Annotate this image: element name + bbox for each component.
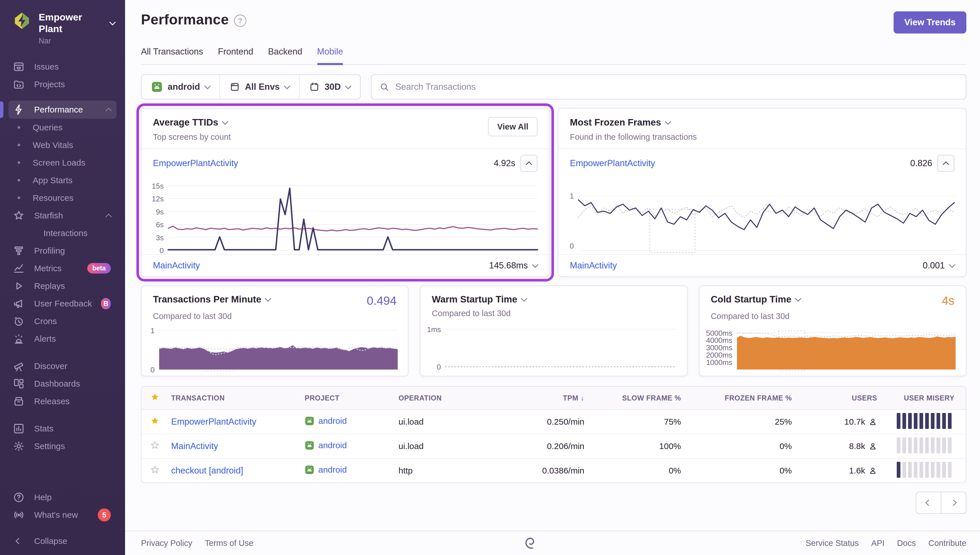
tab-frontend[interactable]: Frontend [218,47,253,64]
sidebar-item-projects[interactable]: Projects [0,75,125,93]
widget-title-dropdown[interactable]: Cold Startup Time [711,294,801,305]
android-project-icon [305,416,314,426]
view-trends-button[interactable]: View Trends [893,11,966,34]
org-subtitle: Nar [39,36,115,45]
sidebar-item-performance[interactable]: Performance [8,101,117,119]
sidebar-item-dashboards[interactable]: Dashboards [0,375,125,393]
gear-icon [13,440,25,452]
next-page-button[interactable] [941,492,966,514]
column-header-transaction[interactable]: Transaction [166,394,300,402]
transaction-link[interactable]: EmpowerPlantActivity [171,417,256,427]
table-row: EmpowerPlantActivity android ui.load 0.2… [141,410,966,434]
terms-of-use-link[interactable]: Terms of Use [205,539,254,548]
column-header-frozen-frame[interactable]: Frozen Frame % [686,394,797,402]
environment-filter-dropdown[interactable]: All Envs [219,75,299,99]
tab-bar: All Transactions Frontend Backend Mobile [141,47,966,65]
chevron-down-icon[interactable] [949,261,956,268]
transaction-link[interactable]: MainActivity [570,260,617,271]
column-header-user-misery[interactable]: User Misery [882,394,966,402]
docs-link[interactable]: Docs [897,539,916,548]
sidebar-item-releases[interactable]: Releases [0,393,125,410]
sidebar-item-replays[interactable]: Replays [0,277,125,295]
sidebar-item-interactions[interactable]: Interactions [0,225,125,242]
transaction-link[interactable]: EmpowerPlantActivity [570,158,655,168]
dashboards-icon [13,377,25,390]
sidebar-item-settings[interactable]: Settings [0,438,125,455]
tab-backend[interactable]: Backend [268,47,302,64]
star-toggle[interactable] [141,441,166,452]
sidebar-item-screen-loads[interactable]: Screen Loads [0,154,125,172]
chevron-down-icon[interactable] [532,261,538,268]
sidebar-item-crons[interactable]: Crons [0,313,125,330]
column-header-slow-frame[interactable]: Slow Frame % [590,394,686,402]
sidebar-item-queries[interactable]: Queries [0,119,125,136]
table-row: checkout [android] android http 0.0386/m… [141,459,966,483]
calendar-icon [309,82,320,92]
widget-title-dropdown[interactable]: Most Frozen Frames [570,117,697,128]
privacy-policy-link[interactable]: Privacy Policy [141,539,193,548]
column-header-operation[interactable]: Operation [394,394,487,402]
sidebar-item-help[interactable]: Help [0,489,125,506]
sidebar-item-user-feedback[interactable]: User Feedback B [0,295,125,313]
sidebar-item-resources[interactable]: Resources [0,189,125,207]
sidebar-item-whats-new[interactable]: What's new 5 [0,506,125,524]
user-misery-bars [887,413,954,429]
collapse-series-button[interactable] [937,155,954,172]
org-switcher[interactable]: Empower Plant Nar [0,0,125,48]
chevron-up-icon [106,107,112,114]
chevron-down-icon [222,119,228,125]
project-filter-dropdown[interactable]: android [141,75,219,99]
sidebar-item-discover[interactable]: Discover [0,357,125,375]
service-status-link[interactable]: Service Status [805,539,859,548]
sidebar-item-metrics[interactable]: Metrics beta [0,260,125,277]
sidebar-item-issues[interactable]: Issues [0,58,125,75]
previous-page-button[interactable] [916,492,941,514]
help-circle-icon[interactable]: ? [234,14,246,27]
search-input[interactable] [395,82,958,92]
star-toggle[interactable] [141,465,166,476]
widget-title-dropdown[interactable]: Transactions Per Minute [153,294,270,305]
transaction-link[interactable]: MainActivity [171,441,218,451]
star-filled-icon [150,416,160,426]
sidebar-item-web-vitals[interactable]: Web Vitals [0,136,125,154]
view-all-button[interactable]: View All [488,117,537,136]
sidebar-item-alerts[interactable]: Alerts [0,330,125,348]
widget-title-dropdown[interactable]: Warm Startup Time [432,294,526,305]
project-link[interactable]: android [305,465,347,475]
transactions-table: Transaction Project Operation TPM ↓ Slow… [141,386,966,483]
project-link[interactable]: android [305,441,347,450]
chevron-left-icon [13,535,25,547]
api-link[interactable]: API [871,539,885,548]
frozen-frame-cell: 25% [686,417,797,427]
star-outline-icon [150,441,160,450]
sidebar-collapse-button[interactable]: Collapse [0,532,125,550]
star-toggle[interactable] [141,416,166,428]
tab-all-transactions[interactable]: All Transactions [141,47,203,64]
tab-mobile[interactable]: Mobile [317,47,343,64]
star-column-header[interactable] [141,392,166,404]
page-title: Performance [141,11,229,28]
y-axis: 1ms0 [423,326,445,367]
sidebar-item-profiling[interactable]: Profiling [0,242,125,260]
date-range-dropdown[interactable]: 30D [299,75,360,99]
collapse-series-button[interactable] [521,155,537,172]
ttid-chart [168,179,537,250]
transaction-link[interactable]: EmpowerPlantActivity [153,158,238,168]
widget-title-dropdown[interactable]: Average TTIDs [153,117,231,128]
megaphone-icon [13,297,25,310]
column-header-tpm[interactable]: TPM ↓ [487,394,590,403]
column-header-project[interactable]: Project [300,394,394,402]
tpm-cell: 0.206/min [487,441,590,451]
transaction-link[interactable]: MainActivity [153,260,200,271]
project-link[interactable]: android [305,416,347,426]
sidebar-item-stats[interactable]: Stats [0,420,125,438]
user-icon [869,417,877,426]
column-header-users[interactable]: Users [797,394,882,402]
sidebar-item-starfish[interactable]: Starfish [0,207,125,225]
chevron-down-icon [284,83,291,90]
transaction-link[interactable]: checkout [android] [171,465,243,475]
sidebar-item-app-starts[interactable]: App Starts [0,172,125,189]
operation-cell: http [394,466,487,475]
org-avatar [13,11,31,30]
contribute-link[interactable]: Contribute [928,539,966,548]
